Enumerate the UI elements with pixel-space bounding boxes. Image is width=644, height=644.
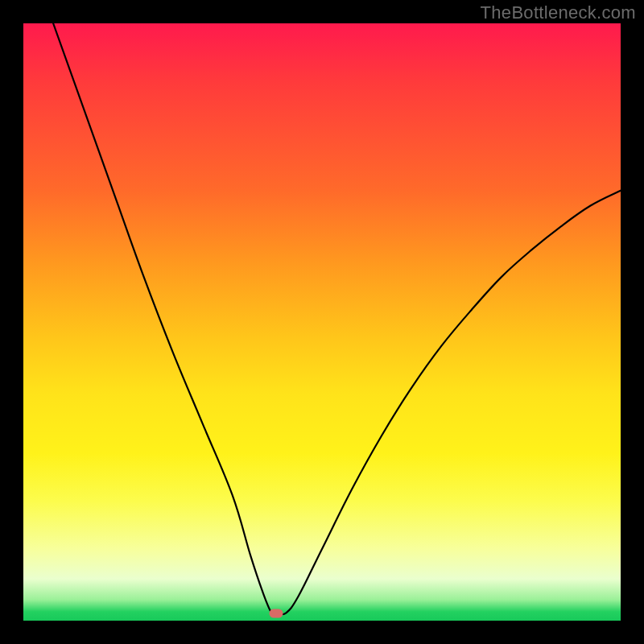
watermark-text: TheBottleneck.com bbox=[481, 2, 636, 23]
curve-path bbox=[53, 23, 621, 614]
curve-svg bbox=[23, 23, 621, 621]
chart-frame: TheBottleneck.com bbox=[0, 0, 644, 644]
plot-area bbox=[23, 23, 621, 621]
minimum-marker bbox=[269, 609, 283, 618]
